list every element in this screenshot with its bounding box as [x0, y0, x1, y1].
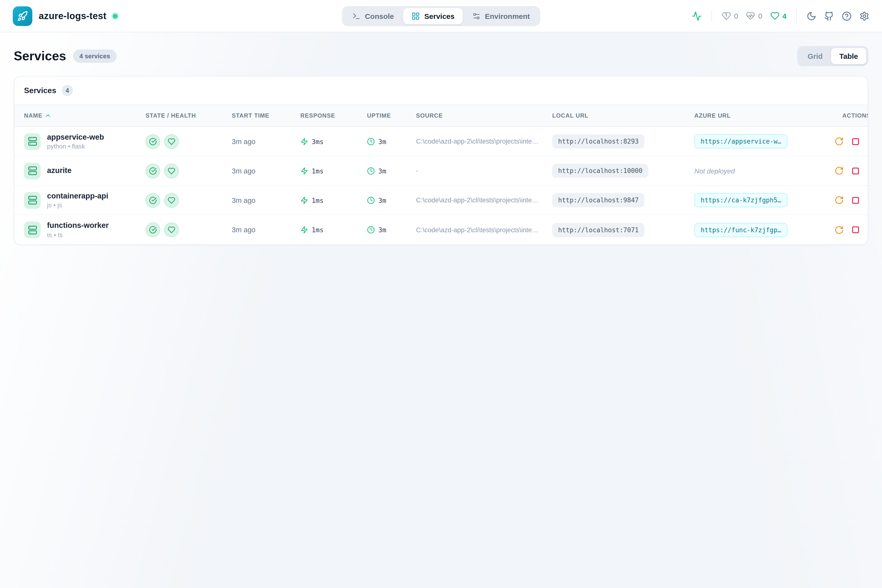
stop-button[interactable] [851, 137, 860, 146]
app-brand: azure-logs-test [13, 6, 118, 26]
heart-icon [770, 11, 779, 21]
github-icon[interactable] [824, 11, 834, 21]
uptime-metric: 3m [367, 226, 408, 234]
tab-services[interactable]: Services [403, 8, 463, 24]
heart-icon [168, 196, 176, 204]
response-metric: 3ms [300, 138, 359, 145]
local-url-pill[interactable]: http://localhost:9847 [552, 193, 645, 207]
grid-icon [412, 12, 420, 20]
heart-icon [168, 138, 176, 145]
start-time: 3m ago [232, 138, 255, 145]
azure-url-not-deployed: Not deployed [694, 167, 735, 175]
azure-url-pill[interactable]: https://ca-k7zjfgph5… [694, 193, 788, 207]
start-time: 3m ago [232, 167, 255, 175]
degraded-count: 0 [746, 11, 762, 21]
degraded-count-value: 0 [758, 12, 762, 20]
activity-icon[interactable] [692, 11, 702, 21]
help-icon[interactable] [842, 11, 852, 21]
tab-services-label: Services [424, 12, 454, 20]
clock-icon [367, 196, 375, 204]
source-path: C:\code\azd-app-2\cli\tests\projects\int… [416, 226, 544, 234]
bolt-icon [300, 226, 308, 234]
column-header-uptime[interactable]: UPTIME [359, 105, 408, 126]
unhealthy-count: 0 [722, 11, 738, 21]
moon-icon[interactable] [807, 11, 816, 21]
column-header-actions: ACTIONS [834, 105, 868, 126]
table-row[interactable]: functions-worker ts • ts 3m ago 1ms 3m C… [14, 215, 868, 244]
app-title: azure-logs-test [39, 10, 106, 21]
stop-button[interactable] [851, 196, 860, 205]
column-header-response[interactable]: RESPONSE [292, 105, 359, 126]
state-running-badge [146, 193, 160, 207]
azure-url-pill[interactable]: https://appservice-w… [694, 134, 788, 148]
state-running-badge [146, 222, 160, 237]
tab-console[interactable]: Console [344, 8, 402, 24]
table-row[interactable]: azurite 3m ago 1ms 3m - http://localhost… [14, 156, 868, 186]
stop-button[interactable] [851, 166, 860, 175]
server-icon [24, 162, 40, 179]
source-path: C:\code\azd-app-2\cli\tests\projects\int… [416, 138, 544, 145]
column-header-name[interactable]: NAME [14, 105, 138, 126]
column-header-azure-url[interactable]: AZURE URL [687, 105, 834, 126]
divider [711, 10, 712, 22]
stop-icon [851, 225, 860, 234]
restart-icon [834, 195, 844, 205]
table-row[interactable]: containerapp-api js • js 3m ago 1ms 3m C… [14, 186, 868, 215]
status-dot [113, 14, 118, 18]
service-subtitle: ts • ts [47, 231, 108, 238]
page-header: Services 4 services Grid Table [0, 32, 882, 76]
service-name: functions-worker [47, 221, 108, 230]
stop-icon [851, 137, 860, 146]
app-window: azure-logs-test Console Services [0, 0, 882, 588]
source-path: C:\code\azd-app-2\cli\tests\projects\int… [416, 196, 544, 204]
health-badge [164, 193, 179, 207]
service-subtitle: js • js [47, 202, 108, 209]
services-count-badge: 4 services [73, 50, 117, 63]
restart-button[interactable] [834, 166, 844, 176]
column-header-start-time[interactable]: START TIME [224, 105, 292, 126]
response-metric: 1ms [300, 226, 359, 234]
heart-crack-icon [722, 11, 731, 21]
sort-asc-icon [44, 112, 51, 119]
table-view-button[interactable]: Table [831, 48, 866, 64]
main-nav: Console Services Environment [342, 6, 540, 26]
local-url-pill[interactable]: http://localhost:10000 [552, 164, 648, 178]
local-url-pill[interactable]: http://localhost:8293 [552, 134, 645, 148]
health-badge [164, 222, 179, 237]
topbar-actions: 0 0 4 [692, 10, 869, 22]
heart-icon [168, 167, 176, 175]
server-icon [24, 192, 40, 208]
column-header-source[interactable]: SOURCE [408, 105, 544, 126]
bolt-icon [300, 167, 308, 175]
restart-icon [834, 225, 844, 234]
service-subtitle: python • flask [47, 143, 104, 150]
restart-button[interactable] [834, 225, 844, 234]
service-name: containerapp-api [47, 191, 108, 200]
column-header-state-health[interactable]: STATE / HEALTH [138, 105, 224, 126]
column-header-local-url[interactable]: LOCAL URL [544, 105, 687, 126]
gear-icon[interactable] [860, 11, 869, 21]
grid-view-button[interactable]: Grid [799, 48, 831, 64]
unhealthy-count-value: 0 [734, 12, 738, 20]
clock-icon [367, 226, 375, 234]
check-circle-icon [149, 226, 157, 234]
source-path: - [416, 167, 544, 174]
local-url-pill[interactable]: http://localhost:7071 [552, 223, 645, 237]
state-running-badge [146, 164, 160, 178]
clock-icon [367, 138, 375, 145]
card-title: Services [24, 86, 56, 95]
restart-button[interactable] [834, 195, 844, 205]
healthy-count-value: 4 [782, 12, 786, 20]
service-name: appservice-web [47, 132, 104, 142]
uptime-metric: 3m [367, 167, 408, 175]
restart-button[interactable] [834, 137, 844, 146]
table-header-row: NAME STATE / HEALTH START TIME RESPONSE … [14, 105, 868, 127]
azure-url-pill[interactable]: https://func-k7zjfgp… [694, 223, 788, 237]
tab-environment[interactable]: Environment [464, 8, 538, 24]
rocket-logo-icon [13, 6, 32, 26]
bolt-icon [300, 196, 308, 204]
heart-pulse-icon [746, 11, 755, 21]
stop-button[interactable] [851, 225, 860, 234]
heart-icon [168, 226, 176, 234]
table-row[interactable]: appservice-web python • flask 3m ago 3ms… [14, 127, 868, 156]
